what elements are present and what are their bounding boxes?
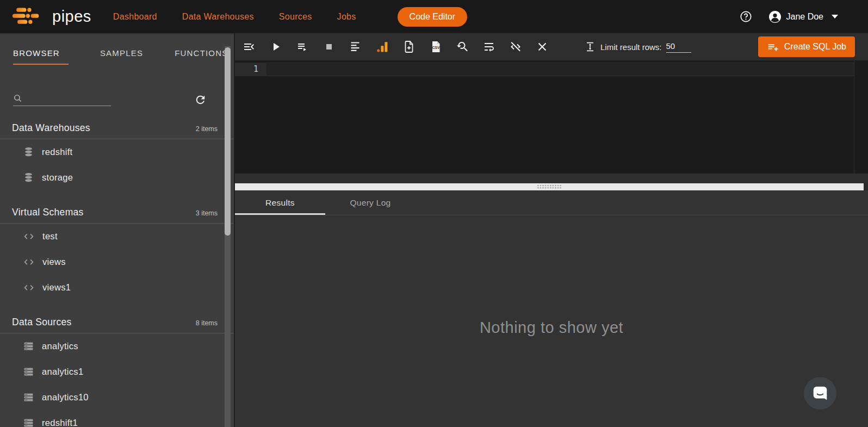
database-icon — [23, 172, 34, 183]
browser-sidebar: BROWSER SAMPLES FUNCTIONS Data Warehouse… — [0, 33, 234, 427]
limit-rows-group: Limit result rows: — [584, 41, 691, 53]
run-query-icon[interactable] — [269, 40, 282, 53]
section-header[interactable]: Data Sources 8 items — [0, 304, 234, 328]
chat-bubble-icon — [811, 384, 829, 403]
topbar-right: Jane Doe — [740, 10, 868, 23]
nav-code-editor[interactable]: Code Editor — [398, 7, 468, 27]
word-wrap-icon[interactable] — [482, 40, 495, 53]
search-icon — [13, 94, 22, 103]
tree-item-redshift[interactable]: redshift — [0, 139, 234, 165]
tree-item-analytics[interactable]: analytics — [0, 333, 234, 359]
tree-item-analytics1[interactable]: analytics1 — [0, 359, 234, 385]
section-count-badge: 2 items — [196, 125, 218, 133]
main-nav: Dashboard Data Warehouses Sources Jobs C… — [113, 7, 467, 27]
section-header[interactable]: Virtual Schemas 3 items — [0, 194, 234, 218]
tab-query-log[interactable]: Query Log — [325, 190, 416, 215]
top-nav-bar: pipes Dashboard Data Warehouses Sources … — [0, 0, 868, 33]
tab-browser[interactable]: BROWSER — [13, 48, 69, 65]
pipes-logo-icon — [12, 5, 46, 28]
code-off-icon[interactable] — [509, 40, 522, 53]
app-logo[interactable]: pipes — [12, 5, 91, 28]
user-name: Jane Doe — [786, 12, 824, 22]
results-tab-bar: Results Query Log — [235, 190, 868, 215]
tree-item-label: storage — [42, 172, 73, 183]
section-label: Data Sources — [12, 317, 72, 328]
results-panel: Nothing to show yet — [235, 215, 868, 427]
limit-rows-label: Limit result rows: — [600, 42, 662, 52]
new-file-icon[interactable] — [402, 40, 416, 53]
help-icon[interactable] — [740, 10, 752, 23]
create-sql-job-button[interactable]: Create SQL Job — [758, 36, 855, 57]
search-history-icon[interactable] — [456, 40, 469, 53]
search-field[interactable] — [13, 94, 111, 106]
limit-rows-input[interactable] — [666, 41, 691, 53]
section-count-badge: 8 items — [196, 319, 218, 327]
sidebar-scrollbar-thumb[interactable] — [225, 47, 231, 236]
nav-data-warehouses[interactable]: Data Warehouses — [182, 12, 254, 22]
tree-item-label: views — [42, 257, 66, 267]
svg-text:CSV: CSV — [432, 46, 440, 49]
chart-icon[interactable] — [376, 40, 389, 53]
chevron-down-icon — [832, 15, 838, 18]
editor-toolbar: CSV — [235, 33, 868, 60]
refresh-icon[interactable] — [194, 94, 207, 106]
format-sql-icon[interactable] — [349, 40, 362, 53]
tree-section-data-sources: Data Sources 8 items analytics analytics… — [0, 304, 234, 427]
run-list-icon[interactable] — [296, 40, 309, 53]
tree-item-views1[interactable]: views1 — [0, 275, 234, 300]
nav-jobs[interactable]: Jobs — [337, 12, 356, 22]
tab-functions[interactable]: FUNCTIONS — [175, 48, 228, 65]
tree-item-label: analytics1 — [42, 367, 83, 377]
source-icon — [23, 366, 34, 378]
line-number: 1 — [235, 63, 266, 76]
tree-item-test[interactable]: test — [0, 224, 234, 249]
create-sql-job-label: Create SQL Job — [784, 42, 846, 52]
code-line: 1 — [235, 63, 868, 76]
tree-item-storage[interactable]: storage — [0, 165, 234, 190]
tree-item-label: redshift — [42, 147, 73, 157]
section-label: Data Warehouses — [12, 122, 90, 134]
panel-resize-handle[interactable] — [235, 183, 864, 190]
nav-dashboard[interactable]: Dashboard — [113, 12, 157, 22]
code-icon — [23, 282, 35, 294]
source-icon — [23, 392, 34, 403]
playlist-add-icon — [767, 41, 779, 53]
nav-sources[interactable]: Sources — [279, 12, 312, 22]
tree-item-label: analytics10 — [42, 392, 89, 403]
tab-results[interactable]: Results — [235, 190, 325, 215]
source-icon — [23, 341, 34, 352]
chat-widget-button[interactable] — [804, 377, 836, 410]
code-icon — [23, 256, 35, 268]
tree-section-data-warehouses: Data Warehouses 2 items redshift storag — [0, 109, 234, 190]
sidebar-search-row — [13, 94, 221, 106]
search-input[interactable] — [27, 94, 108, 103]
editor-panel: CSV — [234, 33, 868, 427]
row-height-icon — [584, 41, 596, 53]
section-count-badge: 3 items — [196, 209, 218, 217]
section-header[interactable]: Data Warehouses 2 items — [0, 109, 234, 134]
close-icon[interactable] — [536, 40, 549, 53]
drag-grip-icon — [537, 184, 562, 189]
logo-wordmark: pipes — [52, 8, 91, 26]
tree-item-label: test — [42, 231, 58, 242]
section-label: Virtual Schemas — [12, 207, 84, 218]
user-menu[interactable]: Jane Doe — [768, 10, 839, 23]
tab-samples[interactable]: SAMPLES — [100, 48, 143, 65]
sql-code-editor[interactable]: 1 — [235, 60, 868, 174]
splitter-row — [235, 183, 868, 190]
source-icon — [23, 417, 34, 427]
sidebar-tabs: BROWSER SAMPLES FUNCTIONS — [0, 34, 234, 65]
stop-icon[interactable] — [323, 40, 336, 53]
tree-section-virtual-schemas: Virtual Schemas 3 items test views — [0, 194, 234, 300]
avatar-icon — [768, 10, 782, 23]
empty-state-text: Nothing to show yet — [480, 319, 623, 427]
tree-item-label: analytics — [42, 341, 78, 351]
tree-item-label: views1 — [42, 282, 71, 293]
editor-results-gap — [235, 174, 868, 183]
tree-item-redshift1[interactable]: redshift1 — [0, 410, 234, 427]
tree-item-analytics10[interactable]: analytics10 — [0, 385, 234, 410]
tree-item-views[interactable]: views — [0, 249, 234, 275]
menu-open-icon[interactable] — [243, 40, 256, 53]
database-icon — [23, 146, 34, 158]
export-csv-icon[interactable]: CSV — [429, 40, 442, 53]
